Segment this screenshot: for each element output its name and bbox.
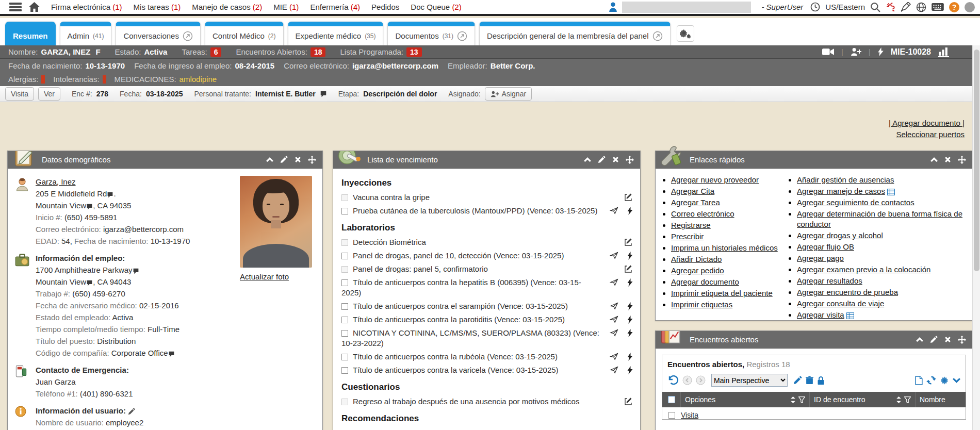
quick-link[interactable]: Imprimir etiquetas bbox=[671, 300, 732, 309]
comment-bubble-icon[interactable] bbox=[320, 90, 327, 97]
visit-row-link[interactable]: Visita bbox=[681, 411, 698, 419]
top-menu-item[interactable]: MIE (1) bbox=[273, 3, 299, 11]
top-menu-item[interactable]: Manejo de casos (2) bbox=[192, 3, 262, 11]
send-order-icon[interactable] bbox=[610, 302, 618, 310]
scheduled-list-badge[interactable]: 13 bbox=[406, 47, 422, 57]
send-order-icon[interactable] bbox=[610, 328, 618, 337]
quick-link[interactable]: Agregar consulta de viaje bbox=[797, 299, 884, 308]
video-camera-icon[interactable] bbox=[822, 48, 834, 56]
item-checkbox[interactable] bbox=[341, 399, 348, 405]
edit-panel-icon[interactable] bbox=[930, 336, 938, 343]
column-header-name[interactable]: Nombre bbox=[920, 395, 945, 404]
prev-page-icon[interactable] bbox=[682, 375, 692, 385]
quick-link[interactable]: Agregar documento bbox=[671, 277, 739, 286]
visit-button[interactable]: Visita bbox=[5, 87, 34, 101]
quick-order-bolt-icon[interactable] bbox=[627, 316, 633, 324]
quick-link[interactable]: Agregar Cita bbox=[671, 187, 714, 195]
quick-link[interactable]: Imprimir etiqueta del paciente bbox=[671, 289, 773, 297]
undo-icon[interactable] bbox=[667, 375, 679, 386]
tab-settings-button[interactable] bbox=[677, 25, 694, 42]
update-photo-link[interactable]: Actualizar foto bbox=[240, 271, 289, 283]
collapse-icon[interactable] bbox=[916, 337, 923, 342]
select-all-checkbox[interactable] bbox=[668, 396, 675, 403]
sort-icon[interactable] bbox=[896, 396, 901, 403]
quick-link[interactable]: Correo electrónico bbox=[671, 209, 734, 218]
patient-name-link[interactable]: Garza, Inez bbox=[36, 177, 76, 186]
next-page-icon[interactable] bbox=[696, 375, 706, 385]
pen-icon[interactable] bbox=[901, 2, 911, 12]
column-header-options[interactable]: Opciones bbox=[685, 395, 715, 404]
home-icon[interactable] bbox=[29, 2, 40, 12]
item-checkbox[interactable] bbox=[341, 330, 348, 337]
top-menu-item[interactable]: Pedidos bbox=[371, 3, 399, 11]
item-checkbox[interactable] bbox=[341, 354, 348, 360]
add-document-link[interactable]: | Agregar documento | bbox=[889, 118, 965, 129]
item-checkbox[interactable] bbox=[341, 279, 348, 286]
edit-form-icon[interactable] bbox=[624, 193, 633, 202]
row-checkbox[interactable] bbox=[668, 412, 675, 419]
search-icon[interactable] bbox=[870, 2, 880, 12]
refresh-icon[interactable] bbox=[926, 375, 936, 385]
move-panel-icon[interactable] bbox=[626, 156, 634, 164]
globe-icon[interactable] bbox=[916, 2, 926, 12]
clock-icon[interactable] bbox=[810, 2, 820, 12]
quick-order-bolt-icon[interactable] bbox=[627, 252, 633, 260]
comment-bubble-icon[interactable] bbox=[107, 191, 113, 198]
filter-icon[interactable] bbox=[904, 396, 911, 403]
send-order-icon[interactable] bbox=[610, 315, 618, 324]
comment-bubble-icon[interactable] bbox=[133, 268, 139, 274]
tab[interactable]: Conversaciones bbox=[116, 22, 201, 45]
lock-icon[interactable] bbox=[817, 376, 825, 385]
select-ports-link[interactable]: Seleccionar puertos bbox=[889, 129, 965, 140]
tab[interactable]: Documentos (31) bbox=[387, 22, 475, 45]
quick-link[interactable]: Registrarse bbox=[671, 221, 711, 229]
top-menu-item[interactable]: Firma electrónica (1) bbox=[51, 3, 122, 11]
item-checkbox[interactable] bbox=[341, 367, 348, 374]
delete-perspective-icon[interactable] bbox=[806, 376, 813, 385]
chart-stats-icon[interactable] bbox=[938, 47, 949, 57]
top-menu-item[interactable]: Enfermería (4) bbox=[310, 3, 360, 11]
comment-bubble-icon[interactable] bbox=[86, 279, 93, 286]
new-document-icon[interactable] bbox=[915, 376, 923, 385]
comment-bubble-icon[interactable] bbox=[86, 203, 93, 210]
intolerances-flag[interactable] bbox=[103, 75, 106, 84]
quick-link[interactable]: Agregar manejo de casos bbox=[797, 187, 885, 195]
quick-order-bolt-icon[interactable] bbox=[627, 329, 633, 337]
help-icon[interactable]: ? bbox=[949, 2, 959, 12]
quick-link[interactable]: Agregar pago bbox=[797, 254, 844, 262]
view-button[interactable]: Ver bbox=[38, 87, 60, 101]
popout-icon[interactable] bbox=[183, 31, 193, 41]
send-order-icon[interactable] bbox=[610, 206, 618, 215]
quick-link[interactable]: Agregar examen previo a la colocación bbox=[797, 265, 930, 274]
send-order-icon[interactable] bbox=[610, 352, 618, 361]
edit-perspective-icon[interactable] bbox=[793, 376, 802, 385]
medications-value[interactable]: amlodipine bbox=[179, 75, 217, 84]
tab[interactable]: Control Médico (2) bbox=[205, 22, 284, 45]
move-panel-icon[interactable] bbox=[958, 336, 966, 344]
edit-form-icon[interactable] bbox=[624, 238, 633, 247]
quick-link[interactable]: Añadir gestión de ausencias bbox=[797, 175, 894, 184]
edit-form-icon[interactable] bbox=[624, 264, 633, 274]
tab[interactable]: Admin (41) bbox=[60, 22, 112, 45]
quick-order-bolt-icon[interactable] bbox=[627, 366, 633, 374]
hamburger-menu-icon[interactable] bbox=[9, 3, 22, 11]
edit-panel-icon[interactable] bbox=[280, 156, 288, 163]
item-checkbox[interactable] bbox=[341, 266, 348, 273]
quick-order-bolt-icon[interactable] bbox=[627, 207, 633, 215]
sort-icon[interactable] bbox=[791, 396, 795, 403]
assign-button[interactable]: Asignar bbox=[485, 87, 532, 101]
column-header-encounter-id[interactable]: ID de encuentro bbox=[814, 395, 865, 404]
filter-icon[interactable] bbox=[798, 396, 805, 403]
item-checkbox[interactable] bbox=[341, 317, 348, 323]
quick-order-bolt-icon[interactable] bbox=[627, 278, 633, 287]
quick-link[interactable]: Prescribir bbox=[671, 232, 704, 241]
tab[interactable]: Expediente médico (35) bbox=[288, 22, 384, 45]
collapse-icon[interactable] bbox=[584, 157, 591, 162]
quick-link[interactable]: Agregar seguimiento de contactos bbox=[797, 198, 914, 207]
quick-link[interactable]: Agregar visita bbox=[797, 310, 844, 319]
move-panel-icon[interactable] bbox=[958, 156, 966, 164]
perspective-select[interactable]: Main Perspective bbox=[711, 374, 788, 387]
send-order-icon[interactable] bbox=[610, 278, 618, 287]
item-checkbox[interactable] bbox=[341, 208, 348, 214]
popout-icon[interactable] bbox=[457, 31, 467, 41]
